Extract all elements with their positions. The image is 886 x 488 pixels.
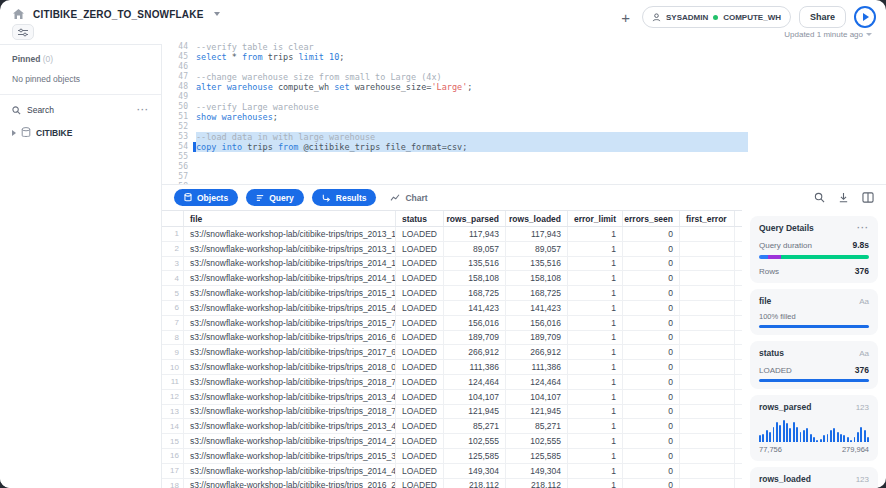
cell-first_error (680, 301, 735, 315)
rows-loaded-card-label: rows_loaded (759, 474, 811, 484)
results-button[interactable]: Results (312, 189, 377, 206)
title-dropdown-icon[interactable] (214, 12, 220, 16)
cell-rows_loaded: 189,709 (506, 331, 568, 345)
cell-rows_loaded: 168,725 (506, 286, 568, 300)
cell-error_limit: 1 (568, 360, 623, 374)
code-line: alter warehouse compute_wh set warehouse… (196, 82, 748, 92)
cell-errors_seen: 0 (623, 360, 680, 374)
table-row[interactable]: 8s3://snowflake-workshop-lab/citibike-tr… (162, 331, 742, 346)
table-row[interactable]: 7s3://snowflake-workshop-lab/citibike-tr… (162, 316, 742, 331)
cell-status: LOADED (396, 449, 444, 463)
warehouse-label: COMPUTE_WH (723, 13, 781, 22)
cell-first_error (680, 390, 735, 404)
cell-rows_parsed: 158,108 (444, 271, 506, 285)
cell-first_error (680, 375, 735, 389)
code-line (196, 152, 748, 162)
cell-errors_seen: 0 (623, 419, 680, 433)
column-header-first_error[interactable]: first_error (680, 211, 735, 226)
cell-rows_parsed: 125,585 (444, 449, 506, 463)
cell-rows_loaded: 218,112 (506, 479, 568, 488)
cell-status: LOADED (396, 331, 444, 345)
table-row[interactable]: 16s3://snowflake-workshop-lab/citibike-t… (162, 449, 742, 464)
cell-first_error (680, 242, 735, 256)
filters-button[interactable] (12, 24, 34, 40)
table-row[interactable]: 17s3://snowflake-workshop-lab/citibike-t… (162, 464, 742, 479)
cell-rows_loaded: 121,945 (506, 405, 568, 419)
chart-tab[interactable]: Chart (390, 193, 427, 203)
cell-rows_parsed: 124,464 (444, 375, 506, 389)
table-row[interactable]: 15s3://snowflake-workshop-lab/citibike-t… (162, 434, 742, 449)
table-row[interactable]: 3s3://snowflake-workshop-lab/citibike-tr… (162, 257, 742, 272)
table-header: filestatusrows_parsedrows_loadederror_li… (162, 211, 742, 227)
table-row[interactable]: 1s3://snowflake-workshop-lab/citibike-tr… (162, 227, 742, 242)
details-overflow-menu[interactable]: ··· (857, 223, 869, 233)
share-button[interactable]: Share (799, 6, 846, 28)
table-row[interactable]: 4s3://snowflake-workshop-lab/citibike-tr… (162, 271, 742, 286)
cell-errors_seen: 0 (623, 227, 680, 241)
code-line: --load data in with large warehouse (196, 132, 748, 142)
run-button[interactable] (854, 6, 876, 28)
cell-file: s3://snowflake-workshop-lab/citibike-tri… (184, 434, 396, 448)
cell-file: s3://snowflake-workshop-lab/citibike-tri… (184, 257, 396, 271)
file-fill-bar (759, 325, 869, 328)
objects-button[interactable]: Objects (174, 189, 238, 206)
cell-errors_seen: 0 (623, 434, 680, 448)
cell-file: s3://snowflake-workshop-lab/citibike-tri… (184, 405, 396, 419)
sidebar-item-citibike[interactable]: CITIBIKE (0, 121, 161, 144)
chevron-right-icon[interactable] (12, 130, 16, 136)
table-row[interactable]: 12s3://snowflake-workshop-lab/citibike-t… (162, 390, 742, 405)
table-row[interactable]: 5s3://snowflake-workshop-lab/citibike-tr… (162, 286, 742, 301)
download-icon[interactable] (838, 192, 849, 203)
search-results-icon[interactable] (814, 192, 825, 203)
column-header-errors_seen[interactable]: errors_seen (623, 211, 680, 226)
play-icon (863, 13, 869, 21)
query-details-panel: Query Details ··· Query duration 9.8s Ro… (742, 210, 886, 488)
text-cursor (193, 142, 196, 152)
rows-value: 376 (855, 266, 869, 276)
table-row[interactable]: 10s3://snowflake-workshop-lab/citibike-t… (162, 360, 742, 375)
worksheet-title[interactable]: CITIBIKE_ZERO_TO_SNOWFLAKE (33, 9, 204, 20)
cell-rows_loaded: 266,912 (506, 345, 568, 359)
table-row[interactable]: 11s3://snowflake-workshop-lab/citibike-t… (162, 375, 742, 390)
query-button[interactable]: Query (246, 189, 304, 206)
split-view-icon[interactable] (862, 192, 874, 203)
cell-file: s3://snowflake-workshop-lab/citibike-tri… (184, 449, 396, 463)
column-header-rows_parsed[interactable]: rows_parsed (444, 211, 506, 226)
cell-errors_seen: 0 (623, 390, 680, 404)
cell-status: LOADED (396, 390, 444, 404)
last-updated[interactable]: Updated 1 minute ago (784, 30, 872, 39)
cell-error_limit: 1 (568, 257, 623, 271)
cell-errors_seen: 0 (623, 449, 680, 463)
table-row[interactable]: 6s3://snowflake-workshop-lab/citibike-tr… (162, 301, 742, 316)
sliders-icon (17, 28, 29, 37)
cell-status: LOADED (396, 271, 444, 285)
table-row[interactable]: 18s3://snowflake-workshop-lab/citibike-t… (162, 479, 742, 488)
table-row[interactable]: 13s3://snowflake-workshop-lab/citibike-t… (162, 405, 742, 420)
cell-error_limit: 1 (568, 479, 623, 488)
sidebar-search[interactable]: Search (27, 105, 131, 115)
code-line (196, 122, 748, 132)
sidebar-overflow-menu[interactable]: ··· (137, 105, 149, 115)
text-type-badge: Aa (859, 349, 869, 358)
cell-rows_loaded: 135,516 (506, 257, 568, 271)
cell-first_error (680, 419, 735, 433)
cell-rows_parsed: 218,112 (444, 479, 506, 488)
new-worksheet-button[interactable]: + (617, 8, 634, 27)
editor-gutter: 444546474849505152535455565758 (162, 42, 196, 184)
cell-file: s3://snowflake-workshop-lab/citibike-tri… (184, 375, 396, 389)
table-row[interactable]: 14s3://snowflake-workshop-lab/citibike-t… (162, 419, 742, 434)
sql-editor[interactable]: 444546474849505152535455565758 --verify … (162, 42, 886, 184)
duration-label: Query duration (759, 241, 812, 250)
column-header-file[interactable]: file (184, 211, 396, 226)
home-icon[interactable] (12, 8, 25, 20)
table-row[interactable]: 9s3://snowflake-workshop-lab/citibike-tr… (162, 345, 742, 360)
cell-rows_parsed: 266,912 (444, 345, 506, 359)
column-header-rows_loaded[interactable]: rows_loaded (506, 211, 568, 226)
context-selector[interactable]: SYSADMIN COMPUTE_WH (642, 6, 791, 28)
table-row[interactable]: 2s3://snowflake-workshop-lab/citibike-tr… (162, 242, 742, 257)
column-header-error_limit[interactable]: error_limit (568, 211, 623, 226)
cell-error_limit: 1 (568, 316, 623, 330)
cell-errors_seen: 0 (623, 286, 680, 300)
column-header-status[interactable]: status (396, 211, 444, 226)
cell-file: s3://snowflake-workshop-lab/citibike-tri… (184, 419, 396, 433)
